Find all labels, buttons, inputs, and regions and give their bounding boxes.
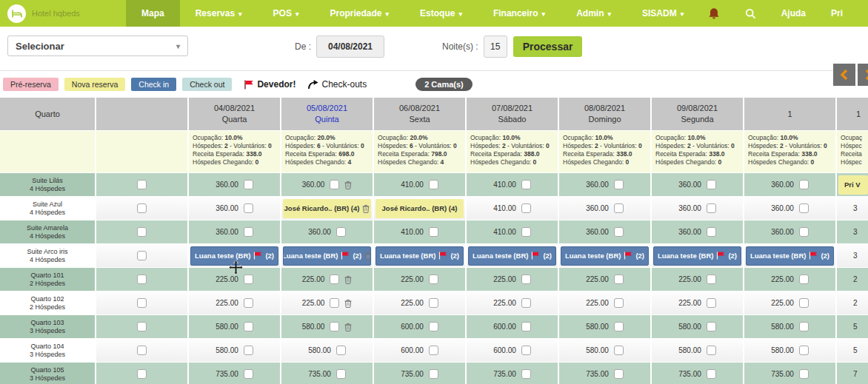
rate-checkbox[interactable] [799,180,809,189]
rate-checkbox[interactable] [244,369,253,379]
rate-checkbox[interactable] [614,203,624,213]
rate-checkbox[interactable] [521,346,531,355]
reservation-chip[interactable]: José Ricardo.. (BR) (4) [375,199,464,218]
rate-checkbox[interactable] [336,369,346,379]
rate-checkbox[interactable] [707,180,716,189]
rate-checkbox[interactable] [330,298,339,308]
rate-wrap: 580.00 [302,322,353,331]
rate-checkbox[interactable] [521,322,531,331]
nights-input[interactable] [484,36,507,58]
row-checkbox[interactable] [137,346,147,355]
reservation-chip[interactable]: Luana teste (BR)(2) [468,246,556,266]
rate-checkbox[interactable] [614,274,624,284]
nav-user[interactable]: Pri [831,8,843,18]
rate-checkbox[interactable] [429,346,438,355]
nav-item-reservas[interactable]: Reservas [180,0,258,27]
rate-checkbox[interactable] [244,274,253,284]
rate-checkbox[interactable] [521,203,531,213]
rate-checkbox[interactable] [614,322,624,331]
nav-item-pos[interactable]: POS [258,0,315,27]
reservation-chip[interactable]: Luana teste (BR)(2) [375,246,464,266]
rate-checkbox[interactable] [707,203,716,213]
rate-checkbox[interactable] [799,346,809,355]
rate-checkbox[interactable] [429,369,438,379]
rate-checkbox[interactable] [799,298,809,308]
next-page-button[interactable] [858,64,868,86]
nav-item-sisadm[interactable]: SISADM [627,0,699,27]
process-button[interactable]: Processar [513,36,583,57]
nav-item-mapa[interactable]: Mapa [126,0,180,27]
rate-checkbox[interactable] [707,227,716,237]
date-from-input[interactable] [316,36,384,58]
row-checkbox[interactable] [137,322,147,331]
nav-item-propriedade[interactable]: Propriedade [314,0,404,27]
reservation-guest-count: (2) [821,252,829,260]
row-checkbox[interactable] [137,274,147,284]
rate-checkbox[interactable] [521,298,531,308]
rate-checkbox[interactable] [707,346,716,355]
rate-checkbox[interactable] [429,274,438,284]
rate-checkbox[interactable] [614,369,624,379]
nav-item-admin[interactable]: Admin [561,0,627,27]
room-type-select[interactable]: Selecionar [7,36,188,56]
row-checkbox[interactable] [137,227,147,237]
rate-checkbox[interactable] [799,274,809,284]
nav-help[interactable]: Ajuda [781,8,806,18]
rate-checkbox[interactable] [707,322,716,331]
rate-checkbox[interactable] [330,180,339,189]
trash-icon[interactable] [344,181,352,189]
rate-checkbox[interactable] [429,180,438,189]
rate-checkbox[interactable] [614,180,624,189]
rate-checkbox[interactable] [429,227,438,237]
notifications-bell-icon[interactable] [708,7,720,20]
reservation-chip[interactable]: José Ricardo.. (BR) (4) [283,199,371,218]
reservation-chip[interactable]: Luana teste (BR)(2) [746,246,834,266]
rate-checkbox[interactable] [614,298,624,308]
rate-checkbox[interactable] [336,227,346,237]
rate-checkbox[interactable] [707,369,716,379]
row-checkbox[interactable] [137,203,147,213]
trash-icon[interactable] [364,252,371,260]
rate-checkbox[interactable] [799,203,809,213]
row-checkbox[interactable] [137,251,147,260]
row-checkbox[interactable] [137,298,147,308]
rate-checkbox[interactable] [521,227,531,237]
rate-checkbox[interactable] [799,369,809,379]
search-icon[interactable] [745,8,756,19]
reservation-chip[interactable]: Luana teste (BR)(2) [190,246,278,266]
nav-item-financeiro[interactable]: Financeiro [478,0,561,27]
rate-checkbox[interactable] [244,346,253,355]
rate-checkbox[interactable] [244,227,253,237]
rate-checkbox[interactable] [330,322,339,331]
prev-page-button[interactable] [833,64,855,86]
rate-checkbox[interactable] [244,298,253,308]
nav-item-estoque[interactable]: Estoque [404,0,478,27]
trash-icon[interactable] [344,323,352,331]
rate-checkbox[interactable] [244,180,253,189]
reservation-chip-partial[interactable]: Pri V [838,175,868,195]
rate-checkbox[interactable] [614,346,624,355]
rate-checkbox[interactable] [244,322,253,331]
reservation-chip[interactable]: Luana teste (BR)(2) [561,246,649,266]
row-checkbox[interactable] [137,369,147,379]
rate-checkbox[interactable] [707,274,716,284]
rate-checkbox[interactable] [799,227,809,237]
rate-checkbox[interactable] [799,322,809,331]
rate-checkbox[interactable] [429,322,438,331]
rate-checkbox[interactable] [614,227,624,237]
rate-checkbox[interactable] [429,298,438,308]
rate-checkbox[interactable] [336,346,346,355]
rate-checkbox[interactable] [521,369,531,379]
rate-checkbox[interactable] [707,298,716,308]
rate-checkbox[interactable] [521,274,531,284]
rate-checkbox[interactable] [330,274,339,284]
column-header-date[interactable]: 05/08/2021Quinta [281,98,373,130]
row-checkbox[interactable] [137,180,147,189]
rate-checkbox[interactable] [521,180,531,189]
reservation-chip[interactable]: Luana teste (BR)(2) [283,246,371,266]
trash-icon[interactable] [344,275,352,284]
reservation-chip[interactable]: Luana teste (BR)(2) [653,246,741,266]
trash-icon[interactable] [344,299,352,308]
rate-checkbox[interactable] [244,203,253,213]
trash-icon[interactable] [362,204,370,213]
